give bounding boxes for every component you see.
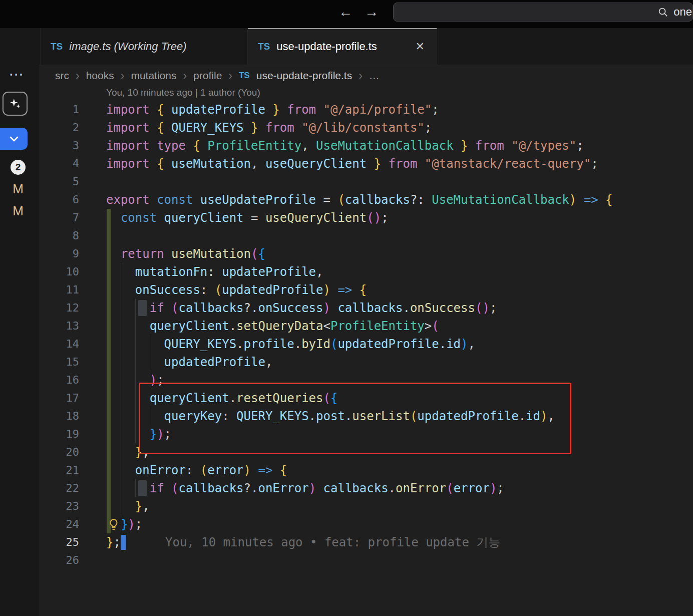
code-text: }); bbox=[106, 425, 171, 443]
title-bar: ← → one bbox=[0, 0, 693, 28]
code-text: }, bbox=[106, 497, 150, 515]
line-number: 21 bbox=[39, 461, 79, 479]
line-number: 2 bbox=[39, 119, 79, 137]
search-text: one bbox=[673, 6, 692, 19]
copilot-edits-icon[interactable] bbox=[3, 92, 28, 116]
line-number: 24 bbox=[39, 515, 79, 533]
code-line-24[interactable]: 24 }); bbox=[39, 515, 693, 533]
code-line-9[interactable]: 9 return useMutation({ bbox=[39, 245, 693, 263]
line-number: 8 bbox=[39, 227, 79, 245]
breadcrumb: src › hooks › mutations › profile › TS u… bbox=[55, 65, 380, 86]
code-line-12[interactable]: 12 if (callbacks?.onSuccess) callbacks.o… bbox=[39, 299, 693, 317]
text-cursor bbox=[121, 535, 126, 550]
code-text: import { useMutation, useQueryClient } f… bbox=[106, 155, 598, 173]
code-line-23[interactable]: 23 }, bbox=[39, 497, 693, 515]
git-modified-decoration: M bbox=[0, 181, 36, 197]
line-number: 7 bbox=[39, 209, 79, 227]
code-text: }, bbox=[106, 443, 150, 461]
code-line-14[interactable]: 14 QUERY_KEYS.profile.byId(updatedProfil… bbox=[39, 335, 693, 353]
code-line-3[interactable]: 3import type { ProfileEntity, UseMutatio… bbox=[39, 137, 693, 155]
line-number: 19 bbox=[39, 425, 79, 443]
line-number: 5 bbox=[39, 173, 79, 191]
tab-image-ts[interactable]: TS image.ts (Working Tree) bbox=[40, 28, 248, 65]
code-text: ); bbox=[106, 371, 164, 389]
search-icon bbox=[657, 7, 668, 18]
breadcrumb-item[interactable]: hooks bbox=[86, 70, 114, 82]
code-line-19[interactable]: 19 }); bbox=[39, 425, 693, 443]
overflow-menu-icon[interactable]: ⋯ bbox=[0, 65, 33, 83]
code-line-16[interactable]: 16 ); bbox=[39, 371, 693, 389]
tab-bar: TS image.ts (Working Tree) TS use-update… bbox=[39, 28, 693, 65]
scm-badge-count: 2 bbox=[11, 160, 26, 175]
chevron-right-icon: › bbox=[76, 69, 80, 83]
breadcrumb-file[interactable]: use-update-profile.ts bbox=[256, 70, 352, 82]
line-number: 6 bbox=[39, 191, 79, 209]
activity-rail: ⋯ 2 M M bbox=[0, 28, 39, 616]
line-number: 15 bbox=[39, 353, 79, 371]
inline-blame-annotation: You, 10 minutes ago • feat: profile upda… bbox=[165, 533, 500, 551]
code-line-2[interactable]: 2import { QUERY_KEYS } from "@/lib/const… bbox=[39, 119, 693, 137]
close-tab-icon[interactable]: ✕ bbox=[414, 39, 427, 54]
code-text: queryClient.resetQueries({ bbox=[106, 389, 337, 407]
code-line-4[interactable]: 4import { useMutation, useQueryClient } … bbox=[39, 155, 693, 173]
code-line-8[interactable]: 8 bbox=[39, 227, 693, 245]
code-line-7[interactable]: 7 const queryClient = useQueryClient(); bbox=[39, 209, 693, 227]
panel-chevron-button[interactable] bbox=[0, 128, 28, 150]
line-number: 16 bbox=[39, 371, 79, 389]
line-number: 17 bbox=[39, 389, 79, 407]
code-line-18[interactable]: 18 queryKey: QUERY_KEYS.post.userList(up… bbox=[39, 407, 693, 425]
line-number: 18 bbox=[39, 407, 79, 425]
sparkle-icon bbox=[9, 97, 22, 110]
code-line-5[interactable]: 5 bbox=[39, 173, 693, 191]
line-number: 1 bbox=[39, 101, 79, 119]
chevron-right-icon: › bbox=[228, 69, 232, 83]
back-arrow-icon[interactable]: ← bbox=[336, 4, 355, 20]
chevron-right-icon: › bbox=[183, 69, 187, 83]
command-center-search[interactable]: one bbox=[393, 3, 693, 22]
tab-use-update-profile-ts[interactable]: TS use-update-profile.ts ✕ bbox=[248, 28, 437, 65]
breadcrumb-item[interactable]: profile bbox=[193, 70, 222, 82]
code-line-20[interactable]: 20 }, bbox=[39, 443, 693, 461]
code-text: }; bbox=[106, 533, 121, 551]
code-line-15[interactable]: 15 updatedProfile, bbox=[39, 353, 693, 371]
code-line-25[interactable]: 25};You, 10 minutes ago • feat: profile … bbox=[39, 533, 693, 551]
line-number: 10 bbox=[39, 263, 79, 281]
tab-label: use-update-profile.ts bbox=[276, 40, 377, 53]
chevron-right-icon: › bbox=[359, 69, 363, 83]
line-number: 25 bbox=[39, 533, 79, 551]
code-line-6[interactable]: 6export const useUpdateProfile = (callba… bbox=[39, 191, 693, 209]
code-text: onSuccess: (updatedProfile) => { bbox=[106, 281, 367, 299]
tab-label: image.ts (Working Tree) bbox=[69, 40, 186, 53]
line-number: 11 bbox=[39, 281, 79, 299]
line-number: 13 bbox=[39, 317, 79, 335]
code-text: queryKey: QUERY_KEYS.post.userList(updat… bbox=[106, 407, 555, 425]
code-text: mutationFn: updateProfile, bbox=[106, 263, 323, 281]
code-line-1[interactable]: 1import { updateProfile } from "@/api/pr… bbox=[39, 101, 693, 119]
typescript-icon: TS bbox=[239, 71, 250, 81]
code-line-21[interactable]: 21 onError: (error) => { bbox=[39, 461, 693, 479]
code-text: queryClient.setQueryData<ProfileEntity>( bbox=[106, 317, 439, 335]
line-number: 14 bbox=[39, 335, 79, 353]
code-lines: 1import { updateProfile } from "@/api/pr… bbox=[39, 101, 693, 569]
code-line-10[interactable]: 10 mutationFn: updateProfile, bbox=[39, 263, 693, 281]
code-text: onError: (error) => { bbox=[106, 461, 287, 479]
typescript-icon: TS bbox=[51, 41, 63, 52]
code-line-22[interactable]: 22 if (callbacks?.onError) callbacks.onE… bbox=[39, 479, 693, 497]
line-number: 3 bbox=[39, 137, 79, 155]
line-number: 4 bbox=[39, 155, 79, 173]
code-line-17[interactable]: 17 queryClient.resetQueries({ bbox=[39, 389, 693, 407]
code-line-13[interactable]: 13 queryClient.setQueryData<ProfileEntit… bbox=[39, 317, 693, 335]
line-number: 26 bbox=[39, 551, 79, 569]
git-codelens-blame[interactable]: You, 10 minutes ago | 1 author (You) bbox=[106, 87, 260, 98]
code-line-26[interactable]: 26 bbox=[39, 551, 693, 569]
breadcrumb-item[interactable]: src bbox=[55, 70, 69, 82]
typescript-icon: TS bbox=[258, 41, 270, 52]
forward-arrow-icon[interactable]: → bbox=[363, 4, 381, 20]
breadcrumb-overflow[interactable]: … bbox=[369, 70, 380, 82]
breadcrumb-item[interactable]: mutations bbox=[131, 70, 176, 82]
code-line-11[interactable]: 11 onSuccess: (updatedProfile) => { bbox=[39, 281, 693, 299]
code-text: if (callbacks?.onSuccess) callbacks.onSu… bbox=[106, 299, 497, 317]
code-text: export const useUpdateProfile = (callbac… bbox=[106, 191, 613, 209]
code-text: QUERY_KEYS.profile.byId(updatedProfile.i… bbox=[106, 335, 475, 353]
code-text: import { updateProfile } from "@/api/pro… bbox=[106, 101, 439, 119]
